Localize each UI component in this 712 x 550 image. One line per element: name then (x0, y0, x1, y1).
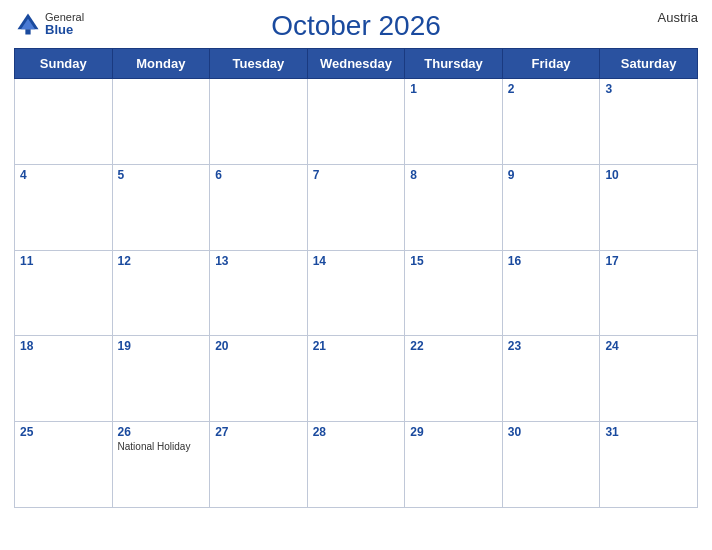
logo-icon (14, 10, 42, 38)
calendar-thead: SundayMondayTuesdayWednesdayThursdayFrid… (15, 49, 698, 79)
calendar-cell: 16 (502, 250, 600, 336)
calendar-week-row: 18192021222324 (15, 336, 698, 422)
calendar-week-row: 123 (15, 79, 698, 165)
day-number: 24 (605, 339, 692, 353)
day-number: 14 (313, 254, 400, 268)
day-number: 16 (508, 254, 595, 268)
calendar-cell: 1 (405, 79, 503, 165)
calendar-cell: 8 (405, 164, 503, 250)
calendar-cell: 23 (502, 336, 600, 422)
calendar-cell: 4 (15, 164, 113, 250)
calendar-cell: 19 (112, 336, 210, 422)
calendar-cell: 17 (600, 250, 698, 336)
calendar-cell: 14 (307, 250, 405, 336)
calendar-week-row: 11121314151617 (15, 250, 698, 336)
day-number: 26 (118, 425, 205, 439)
calendar-table: SundayMondayTuesdayWednesdayThursdayFrid… (14, 48, 698, 508)
day-number: 27 (215, 425, 302, 439)
calendar-cell: 10 (600, 164, 698, 250)
calendar-cell: 25 (15, 422, 113, 508)
calendar-cell: 20 (210, 336, 308, 422)
day-number: 28 (313, 425, 400, 439)
weekday-header-tuesday: Tuesday (210, 49, 308, 79)
calendar-cell: 27 (210, 422, 308, 508)
day-number: 9 (508, 168, 595, 182)
day-number: 2 (508, 82, 595, 96)
weekday-header-thursday: Thursday (405, 49, 503, 79)
calendar-week-row: 2526National Holiday2728293031 (15, 422, 698, 508)
day-number: 10 (605, 168, 692, 182)
calendar-cell: 13 (210, 250, 308, 336)
day-number: 4 (20, 168, 107, 182)
weekday-header-saturday: Saturday (600, 49, 698, 79)
calendar-cell (307, 79, 405, 165)
calendar-cell (210, 79, 308, 165)
day-number: 3 (605, 82, 692, 96)
day-number: 19 (118, 339, 205, 353)
calendar-week-row: 45678910 (15, 164, 698, 250)
calendar-tbody: 1234567891011121314151617181920212223242… (15, 79, 698, 508)
day-number: 8 (410, 168, 497, 182)
day-number: 22 (410, 339, 497, 353)
calendar-cell: 3 (600, 79, 698, 165)
day-number: 5 (118, 168, 205, 182)
day-number: 13 (215, 254, 302, 268)
calendar-cell: 7 (307, 164, 405, 250)
day-number: 31 (605, 425, 692, 439)
calendar-cell: 31 (600, 422, 698, 508)
calendar-cell: 21 (307, 336, 405, 422)
day-number: 6 (215, 168, 302, 182)
weekday-header-wednesday: Wednesday (307, 49, 405, 79)
calendar-cell: 30 (502, 422, 600, 508)
calendar-cell (112, 79, 210, 165)
logo-blue-text: Blue (45, 23, 84, 36)
day-number: 20 (215, 339, 302, 353)
calendar-cell: 5 (112, 164, 210, 250)
day-number: 23 (508, 339, 595, 353)
month-title: October 2026 (271, 10, 441, 42)
day-number: 21 (313, 339, 400, 353)
day-number: 7 (313, 168, 400, 182)
calendar-cell: 2 (502, 79, 600, 165)
calendar-cell: 24 (600, 336, 698, 422)
calendar-header: General Blue October 2026 Austria (14, 10, 698, 42)
day-number: 18 (20, 339, 107, 353)
svg-rect-2 (25, 29, 30, 34)
calendar-cell: 29 (405, 422, 503, 508)
calendar-cell: 6 (210, 164, 308, 250)
weekday-header-sunday: Sunday (15, 49, 113, 79)
calendar-cell: 18 (15, 336, 113, 422)
day-number: 1 (410, 82, 497, 96)
weekday-header-friday: Friday (502, 49, 600, 79)
day-number: 15 (410, 254, 497, 268)
day-number: 29 (410, 425, 497, 439)
calendar-cell: 26National Holiday (112, 422, 210, 508)
day-event: National Holiday (118, 441, 205, 452)
calendar-cell: 22 (405, 336, 503, 422)
calendar-cell: 9 (502, 164, 600, 250)
country-label: Austria (658, 10, 698, 25)
calendar-container: General Blue October 2026 Austria Sunday… (0, 0, 712, 550)
logo-area: General Blue (14, 10, 84, 38)
calendar-cell (15, 79, 113, 165)
calendar-cell: 15 (405, 250, 503, 336)
weekday-header-monday: Monday (112, 49, 210, 79)
day-number: 30 (508, 425, 595, 439)
calendar-cell: 28 (307, 422, 405, 508)
calendar-cell: 11 (15, 250, 113, 336)
day-number: 17 (605, 254, 692, 268)
day-number: 25 (20, 425, 107, 439)
day-number: 12 (118, 254, 205, 268)
logo-text: General Blue (45, 12, 84, 36)
weekday-header-row: SundayMondayTuesdayWednesdayThursdayFrid… (15, 49, 698, 79)
day-number: 11 (20, 254, 107, 268)
calendar-cell: 12 (112, 250, 210, 336)
